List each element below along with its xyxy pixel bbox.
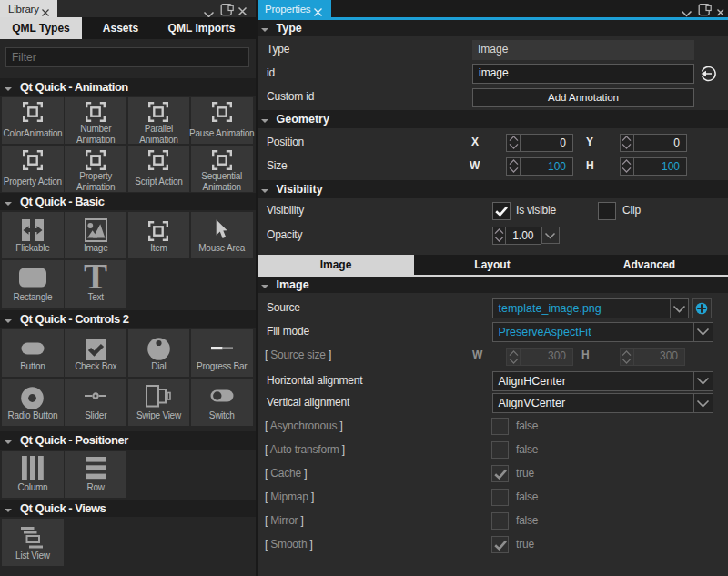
svg-text:T: T <box>84 262 107 289</box>
